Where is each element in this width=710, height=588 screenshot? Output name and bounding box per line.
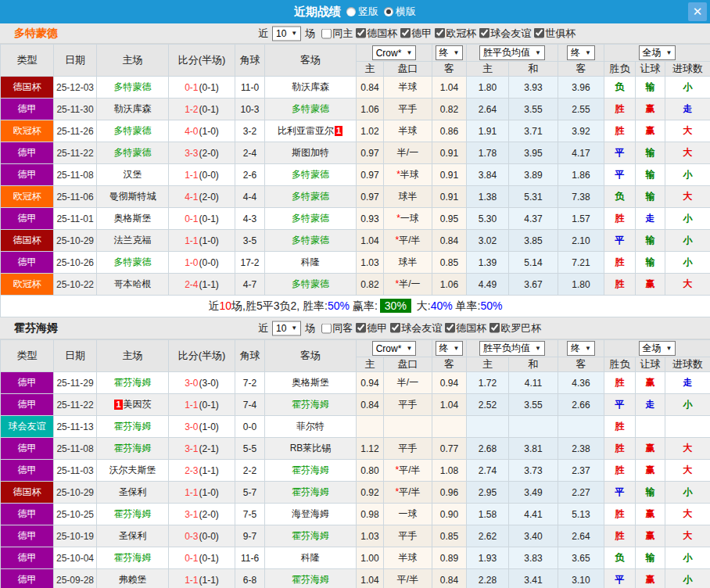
cell-wdl-result: 胜 bbox=[604, 438, 636, 460]
cell-handicap-result: 输 bbox=[636, 164, 665, 186]
league-checkbox[interactable] bbox=[445, 323, 455, 333]
team-label: 海登海姆 bbox=[292, 508, 329, 519]
cell-handicap-result: 赢 bbox=[636, 274, 665, 296]
team-label: 霍芬海姆 bbox=[114, 421, 152, 432]
cell-wdl-result: 负 bbox=[604, 77, 636, 99]
league-filter-球会友谊[interactable]: 球会友谊 bbox=[387, 321, 442, 335]
match-count-select[interactable]: 10 ▼ bbox=[272, 321, 301, 335]
col-header-home: 主场 bbox=[97, 45, 169, 77]
league-checkbox[interactable] bbox=[356, 323, 366, 333]
avg-type-select[interactable]: 胜平负均值▼ bbox=[479, 45, 545, 60]
league-checkbox[interactable] bbox=[489, 323, 500, 333]
cell-home-team: 霍芬海姆 bbox=[97, 504, 169, 525]
horizontal-mode-radio[interactable]: 横版 bbox=[384, 5, 416, 19]
league-checkbox[interactable] bbox=[400, 28, 411, 38]
avg-time-select[interactable]: 终▼ bbox=[567, 341, 595, 356]
cell-crow-home-odds: 1.03 bbox=[357, 525, 384, 547]
cell-avg-home-odds: 2.68 bbox=[467, 438, 509, 460]
cell-handicap-result: 赢 bbox=[636, 525, 665, 547]
league-checkbox[interactable] bbox=[479, 28, 489, 38]
asterisk-icon: * bbox=[395, 486, 399, 497]
odds-company-select[interactable]: Crow*▼ bbox=[372, 45, 417, 60]
odds-time-select[interactable]: 终▼ bbox=[436, 341, 464, 356]
radio-unchecked-icon[interactable] bbox=[346, 7, 356, 16]
cell-corners: 5-7 bbox=[235, 482, 265, 504]
cell-goals-result: 大 bbox=[665, 274, 710, 296]
league-filter-欧冠杯[interactable]: 欧冠杯 bbox=[432, 26, 476, 40]
cell-score: 2-3(1-1) bbox=[169, 460, 235, 482]
col-header-date: 日期 bbox=[54, 340, 97, 372]
cell-avg-home-odds bbox=[467, 416, 509, 438]
cell-avg-away-odds: 2.64 bbox=[558, 525, 604, 547]
league-checkbox[interactable] bbox=[534, 28, 544, 38]
match-count-select[interactable]: 10 ▼ bbox=[272, 26, 301, 41]
cell-crow-away-odds: 1.06 bbox=[432, 274, 467, 296]
sub-header: 和 bbox=[509, 62, 558, 77]
league-filter-世俱杯[interactable]: 世俱杯 bbox=[531, 26, 576, 40]
matches-table: 类型 日期 主场 比分(半场) 角球 客场 Crow*▼ 终▼ 胜平负均值▼ bbox=[0, 44, 710, 317]
odds-time-select[interactable]: 终▼ bbox=[436, 45, 464, 60]
league-filter-德国杯[interactable]: 德国杯 bbox=[442, 321, 486, 335]
cell-score: 3-0(3-0) bbox=[169, 372, 235, 394]
cell-crow-away-odds: 0.90 bbox=[432, 504, 467, 525]
cell-crow-away-odds: 0.86 bbox=[432, 120, 467, 142]
league-filter-德甲[interactable]: 德甲 bbox=[353, 321, 387, 335]
match-row: 德甲25-09-28弗赖堡1-1(1-1)6-8霍芬海姆1.04平/半0.842… bbox=[1, 569, 710, 588]
same-venue-filter[interactable]: 同客 bbox=[318, 321, 353, 335]
halftime-score: (0-0) bbox=[199, 257, 219, 268]
cell-date: 25-10-29 bbox=[54, 230, 97, 252]
same-venue-checkbox[interactable] bbox=[321, 28, 332, 38]
avg-time-select[interactable]: 终▼ bbox=[567, 45, 595, 60]
cell-avg-home-odds: 3.02 bbox=[467, 230, 509, 252]
league-checkbox[interactable] bbox=[390, 323, 400, 333]
cell-crow-away-odds bbox=[432, 416, 467, 438]
summary-text: 40% bbox=[431, 299, 453, 312]
red-card-badge: 1 bbox=[335, 126, 342, 136]
cell-league: 德甲 bbox=[1, 394, 54, 416]
cell-wdl-result: 胜 bbox=[604, 208, 636, 230]
league-checkbox[interactable] bbox=[356, 28, 366, 38]
cell-handicap-result: 输 bbox=[636, 252, 665, 274]
close-button[interactable]: ✕ bbox=[688, 2, 707, 21]
cell-goals-result: 大 bbox=[665, 460, 710, 482]
header-row-top: 类型 日期 主场 比分(半场) 角球 客场 Crow*▼ 终▼ 胜平负均值▼ bbox=[1, 45, 710, 62]
horizontal-mode-label: 横版 bbox=[396, 5, 416, 19]
radio-checked-icon[interactable] bbox=[384, 7, 393, 16]
same-venue-filter[interactable]: 同主 bbox=[318, 27, 353, 41]
cell-corners: 6-8 bbox=[235, 569, 265, 588]
match-row: 德国杯25-10-29法兰克福1-1(1-0)3-5多特蒙德1.04*平/半0.… bbox=[1, 230, 710, 252]
vertical-mode-radio[interactable]: 竖版 bbox=[346, 5, 378, 19]
cell-crow-away-odds: 0.85 bbox=[432, 252, 467, 274]
sections-container: 多特蒙德 近 10 ▼ 场 同主 德国杯德甲欧冠杯球会友谊世俱杯 bbox=[0, 23, 710, 588]
cell-corners: 5-5 bbox=[235, 438, 265, 460]
cell-crow-away-odds: 0.91 bbox=[432, 142, 467, 164]
cell-corners: 4-7 bbox=[235, 274, 265, 296]
league-filter-球会友谊[interactable]: 球会友谊 bbox=[476, 26, 531, 40]
scope-select[interactable]: 全场▼ bbox=[639, 341, 676, 356]
cell-handicap: 半/一 bbox=[384, 372, 432, 394]
sub-header: 主 bbox=[357, 357, 384, 372]
scope-select[interactable]: 全场▼ bbox=[639, 45, 676, 60]
odds-company-select[interactable]: Crow*▼ bbox=[372, 341, 417, 356]
league-filter-欧罗巴杯[interactable]: 欧罗巴杯 bbox=[486, 321, 541, 335]
count-value: 10 bbox=[276, 323, 286, 334]
cell-score: 4-0(1-0) bbox=[169, 120, 235, 142]
team-label: 霍芬海姆 bbox=[292, 399, 329, 410]
league-checkbox[interactable] bbox=[435, 28, 445, 38]
cell-wdl-result: 胜 bbox=[604, 416, 636, 438]
cell-wdl-result: 胜 bbox=[604, 252, 636, 274]
same-venue-checkbox[interactable] bbox=[321, 323, 332, 333]
sub-header: 主 bbox=[467, 62, 509, 77]
avg-type-select[interactable]: 胜平负均值▼ bbox=[479, 341, 545, 356]
league-filter-德甲[interactable]: 德甲 bbox=[397, 26, 432, 40]
cell-league: 德甲 bbox=[1, 569, 54, 588]
cell-handicap: 半球 bbox=[384, 77, 432, 99]
cell-crow-home-odds bbox=[357, 416, 384, 438]
cell-avg-home-odds: 1.91 bbox=[467, 120, 509, 142]
cell-away-team: 比利亚雷亚尔1 bbox=[265, 120, 357, 142]
cell-score: 3-1(2-0) bbox=[169, 504, 235, 525]
asterisk-icon: * bbox=[395, 278, 399, 289]
league-filter-德国杯[interactable]: 德国杯 bbox=[353, 26, 397, 40]
cell-date: 25-10-04 bbox=[54, 547, 97, 569]
odds-time-cell: 终▼ bbox=[432, 340, 467, 357]
